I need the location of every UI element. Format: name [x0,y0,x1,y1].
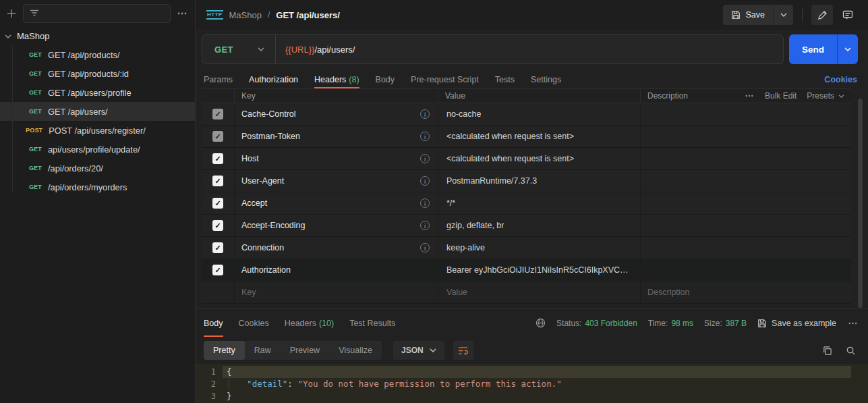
tab-pre-request-script[interactable]: Pre-request Script [411,70,479,88]
response-tab-test-results[interactable]: Test Results [349,309,395,337]
table-row-cache-control[interactable]: ✓Cache-Controlino-cache [202,103,851,126]
cookies-link[interactable]: Cookies [824,75,857,84]
value-cell[interactable]: PostmanRuntime/7.37.3 [438,170,640,192]
info-icon[interactable]: i [420,221,430,230]
key-cell[interactable]: Accepti [234,192,438,214]
sidebar-item-get-api-products[interactable]: GETGET /api/products/ [0,45,195,64]
key-cell[interactable]: User-Agenti [234,170,438,192]
scrollbar-thumb[interactable] [858,99,863,308]
checkbox[interactable]: ✓ [212,198,223,209]
new-header-row[interactable]: Key Value Description [202,281,851,304]
key-cell[interactable]: Postman-Tokeni [234,126,438,147]
comments-button[interactable] [837,5,859,25]
value-cell[interactable]: */* [438,192,640,214]
tab-params[interactable]: Params [204,70,233,88]
sidebar-item-api-orders-myorders[interactable]: GET/api/orders/myorders [0,178,195,196]
bulk-edit-button[interactable]: Bulk Edit [765,91,797,101]
value-cell[interactable]: no-cache [438,103,640,125]
info-icon[interactable]: i [420,243,430,252]
breadcrumb-collection[interactable]: MaShop [229,10,262,20]
value-cell[interactable]: gzip, deflate, br [438,215,640,236]
table-row-postman-token[interactable]: ✓Postman-Tokeni<calculated when request … [202,126,851,148]
sidebar-more-button[interactable] [176,12,188,15]
table-row-accept[interactable]: ✓Accepti*/* [202,192,851,215]
sidebar-item-get-api-users-profile[interactable]: GETGET /api/users/profile [0,83,195,102]
description-cell[interactable]: Description [640,281,851,303]
tab-settings[interactable]: Settings [531,70,561,88]
description-cell[interactable] [640,237,851,259]
language-dropdown[interactable]: JSON [393,341,444,360]
size-badge[interactable]: Size: 387 B [704,319,747,328]
key-cell[interactable]: Hosti [234,148,438,169]
description-cell[interactable] [640,148,851,169]
description-cell[interactable] [640,103,851,125]
edit-button[interactable] [811,5,833,25]
status-badge[interactable]: Status: 403 Forbidden [556,319,637,328]
collection-mashop[interactable]: MaShop [0,27,195,45]
copy-button[interactable] [822,346,832,356]
presets-dropdown[interactable]: Presets [807,91,844,101]
tab-tests[interactable]: Tests [495,70,515,88]
info-icon[interactable]: i [420,154,430,163]
table-row-accept-encoding[interactable]: ✓Accept-Encodingigzip, deflate, br [202,215,851,237]
key-cell[interactable]: Cache-Controli [234,103,438,125]
view-tab-preview[interactable]: Preview [281,341,329,360]
sidebar-item-api-orders-20[interactable]: GET/api/orders/20/ [0,159,195,178]
key-cell[interactable]: Authorization [234,259,438,281]
send-button[interactable]: Send [789,34,837,64]
checkbox[interactable]: ✓ [212,131,223,142]
info-icon[interactable]: i [420,109,430,119]
checkbox[interactable]: ✓ [212,220,223,231]
value-cell[interactable]: Bearer eyJhbGciOiJIUzI1NiIsInR5cCI6IkpXV… [438,259,640,281]
table-row-connection[interactable]: ✓Connectionikeep-alive [202,237,851,259]
description-cell[interactable] [640,259,851,281]
save-dropdown-button[interactable] [773,5,793,25]
view-tab-visualize[interactable]: Visualize [329,341,382,360]
time-badge[interactable]: Time: 98 ms [648,319,693,328]
sidebar-item-get-api-users[interactable]: GETGET /api/users/ [0,102,195,121]
key-cell[interactable]: Accept-Encodingi [234,215,438,236]
tab-headers[interactable]: Headers(8) [314,70,359,88]
checkbox[interactable]: ✓ [212,109,223,119]
info-icon[interactable]: i [420,176,430,186]
checkbox[interactable]: ✓ [212,176,223,186]
save-as-example-button[interactable]: Save as example [757,319,836,328]
sidebar-item-get-api-products-id[interactable]: GETGET /api/products/:id [0,64,195,83]
response-tab-body[interactable]: Body [204,309,223,337]
checkbox[interactable]: ✓ [212,242,223,253]
tab-authorization[interactable]: Authorization [249,70,298,88]
response-more-button[interactable] [847,322,859,325]
table-more-button[interactable] [744,95,755,97]
description-cell[interactable] [640,192,851,214]
globe-icon[interactable] [536,318,546,328]
new-request-button[interactable] [5,7,18,20]
key-cell[interactable]: Key [234,281,438,303]
table-row-host[interactable]: ✓Hosti<calculated when request is sent> [202,148,851,170]
url-input[interactable]: {{URL}}/api/users/ [276,45,355,55]
method-selector[interactable]: GET [202,35,275,63]
value-cell[interactable]: <calculated when request is sent> [438,126,640,147]
value-cell[interactable]: <calculated when request is sent> [438,148,640,169]
response-body[interactable]: 1{2 "detail": "You do not have permissio… [196,364,868,403]
sidebar-item-api-users-profile-update[interactable]: GETapi/users/profile/update/ [0,140,195,159]
key-cell[interactable]: Connectioni [234,237,438,259]
wrap-lines-button[interactable] [453,341,473,360]
send-dropdown-button[interactable] [837,34,858,64]
checkbox[interactable]: ✓ [212,153,223,164]
search-input[interactable] [23,4,171,23]
description-cell[interactable] [640,126,851,147]
value-cell[interactable]: Value [438,281,640,303]
table-row-user-agent[interactable]: ✓User-AgentiPostmanRuntime/7.37.3 [202,170,851,192]
value-cell[interactable]: keep-alive [438,237,640,259]
save-button[interactable]: Save [723,5,774,25]
checkbox[interactable]: ✓ [212,265,223,275]
info-icon[interactable]: i [420,132,430,141]
response-tab-cookies[interactable]: Cookies [239,309,269,337]
description-cell[interactable] [640,170,851,192]
description-cell[interactable] [640,215,851,236]
info-icon[interactable]: i [420,198,430,208]
view-tab-raw[interactable]: Raw [245,341,281,360]
tab-body[interactable]: Body [376,70,395,88]
view-tab-pretty[interactable]: Pretty [204,341,245,360]
search-button[interactable] [846,346,856,356]
